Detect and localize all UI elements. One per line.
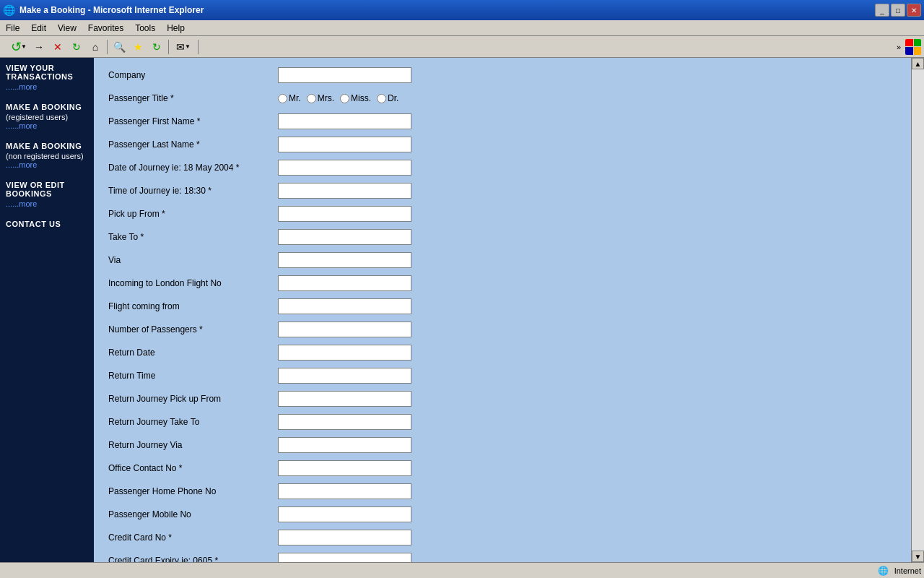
input-take-to[interactable] [278,229,411,245]
field-row-journey-time: Time of Journey ie: 18:30 * [108,181,897,201]
label-return-take-to: Return Journey Take To [108,417,278,427]
search-button[interactable]: 🔍 [110,38,128,56]
label-journey-date: Date of Journey ie: 18 May 2004 * [108,163,278,173]
sidebar-section-booking-nonreg: MAKE A BOOKING (non registered users) ..… [6,142,88,169]
field-row-flight-no: Incoming to London Flight No [108,273,897,293]
radio-mr-label: Mr. [278,93,301,103]
label-flight-from: Flight coming from [108,301,278,311]
favorites-button[interactable]: ★ [129,38,147,56]
input-return-date[interactable] [278,345,411,361]
back-button[interactable]: ↺ ▼ [3,38,29,56]
minimize-button[interactable]: _ [875,4,889,17]
field-row-return-time: Return Time [108,366,897,386]
input-passengers[interactable] [278,322,411,337]
toolbar-separator-1 [107,40,108,54]
label-credit-card: Credit Card No * [108,532,278,543]
input-flight-from[interactable] [278,298,411,314]
close-button[interactable]: ✕ [907,4,921,17]
sidebar-title-booking-nonreg: MAKE A BOOKING [6,142,88,150]
label-pickup: Pick up From * [108,209,278,219]
sidebar-title-edit-bookings: VIEW OR EDIT BOOKINGS [6,181,88,198]
history-button[interactable]: ↻ [148,38,165,56]
forward-button[interactable]: → [30,38,48,56]
label-take-to: Take To * [108,232,278,242]
field-row-pickup: Pick up From * [108,204,897,224]
menu-edit[interactable]: Edit [25,22,52,34]
label-via: Via [108,255,278,265]
label-flight-no: Incoming to London Flight No [108,278,278,288]
sidebar-section-booking-registered: MAKE A BOOKING (registered users) ......… [6,103,88,130]
refresh-button[interactable]: ↻ [68,38,85,56]
input-return-take-to[interactable] [278,414,411,430]
radio-group-title: Mr. Mrs. Miss. Dr. [278,93,398,103]
sidebar-link-edit-bookings-more[interactable]: ......more [6,199,88,208]
field-row-return-pickup: Return Journey Pick up From [108,389,897,409]
input-credit-card[interactable] [278,530,411,545]
sidebar-subtitle-booking-reg: (registered users) [6,113,88,121]
scroll-down-button[interactable]: ▼ [912,551,924,562]
sidebar-link-booking-nonreg-more[interactable]: ......more [6,160,88,169]
input-return-time[interactable] [278,368,411,384]
menu-tools[interactable]: Tools [129,22,161,34]
menu-help[interactable]: Help [161,22,191,34]
field-row-card-expiry: Credit Card Expiry ie: 0605 * [108,551,897,562]
input-mobile[interactable] [278,506,411,522]
label-first-name: Passenger First Name * [108,116,278,126]
label-passenger-title: Passenger Title * [108,93,278,103]
sidebar-section-contact: CONTACT US [6,220,88,228]
field-row-passengers: Number of Passengers * [108,319,897,340]
maximize-button[interactable]: □ [891,4,905,17]
input-first-name[interactable] [278,113,411,129]
stop-button[interactable]: ✕ [49,38,66,56]
field-row-credit-card: Credit Card No * [108,527,897,548]
window-title: Make a Booking - Microsoft Internet Expl… [19,5,204,15]
input-flight-no[interactable] [278,275,411,291]
radio-mr[interactable] [278,94,287,103]
input-return-pickup[interactable] [278,391,411,407]
label-company: Company [108,70,278,80]
sidebar-subtitle-booking-nonreg: (non registered users) [6,152,88,160]
menu-file[interactable]: File [0,22,25,34]
sidebar-link-booking-reg-more[interactable]: ......more [6,121,88,130]
window-titlebar: 🌐 Make a Booking - Microsoft Internet Ex… [0,0,924,20]
input-office-contact[interactable] [278,460,411,476]
input-company[interactable] [278,67,411,83]
radio-mrs[interactable] [307,94,316,103]
input-via[interactable] [278,252,411,268]
input-pickup[interactable] [278,206,411,222]
input-journey-date[interactable] [278,160,411,176]
field-row-mobile: Passenger Mobile No [108,504,897,525]
field-row-journey-date: Date of Journey ie: 18 May 2004 * [108,158,897,178]
field-row-return-take-to: Return Journey Take To [108,412,897,432]
field-row-last-name: Passenger Last Name * [108,134,897,155]
input-return-via[interactable] [278,437,411,453]
radio-miss-label: Miss. [340,93,371,103]
home-button[interactable]: ⌂ [87,38,104,56]
input-home-phone[interactable] [278,483,411,499]
input-last-name[interactable] [278,137,411,152]
sidebar: VIEW YOUR TRANSACTIONS ......more MAKE A… [0,58,94,562]
status-right: 🌐 Internet [878,566,921,576]
scrollbar[interactable]: ▲ ▼ [911,58,924,562]
content-area: Company Passenger Title * Mr. Mrs. Miss. [94,58,911,562]
field-row-home-phone: Passenger Home Phone No [108,481,897,501]
field-row-return-date: Return Date [108,342,897,363]
status-zone: Internet [894,566,921,575]
label-journey-time: Time of Journey ie: 18:30 * [108,186,278,196]
label-mobile: Passenger Mobile No [108,509,278,519]
menu-view[interactable]: View [52,22,82,34]
more-button[interactable]: » [897,41,901,52]
radio-dr[interactable] [377,94,386,103]
windows-logo [905,39,921,55]
menu-favorites[interactable]: Favorites [82,22,129,34]
input-journey-time[interactable] [278,183,411,199]
window-controls[interactable]: _ □ ✕ [875,4,921,17]
mail-button[interactable]: ✉ ▼ [172,38,195,56]
radio-mrs-label: Mrs. [307,93,334,103]
field-row-company: Company [108,65,897,85]
sidebar-link-transactions-more[interactable]: ......more [6,82,88,91]
label-return-date: Return Date [108,348,278,358]
radio-miss[interactable] [340,94,349,103]
scroll-up-button[interactable]: ▲ [912,58,924,69]
input-card-expiry[interactable] [278,553,411,562]
